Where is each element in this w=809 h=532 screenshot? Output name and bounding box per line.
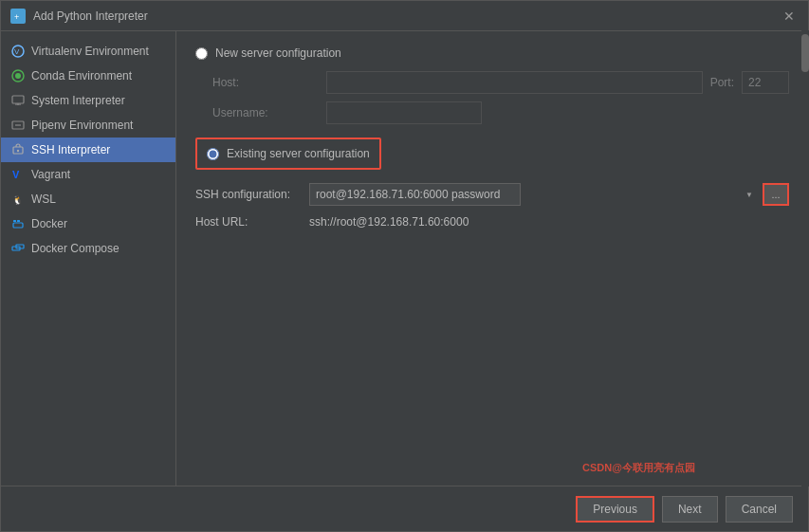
title-bar: + Add Python Interpreter ✕ (1, 1, 808, 31)
sidebar-item-virtualenv-label: Virtualenv Environment (31, 45, 149, 58)
svg-rect-14 (13, 223, 23, 228)
cancel-button[interactable]: Cancel (726, 496, 793, 523)
new-server-radio[interactable] (195, 47, 208, 60)
watermark: CSDN@今联用亮有点园 (582, 461, 695, 475)
new-server-label: New server configuration (215, 46, 341, 60)
svg-text:V: V (12, 169, 20, 180)
port-label: Port: (710, 76, 734, 89)
svg-rect-16 (17, 220, 20, 222)
ssh-config-select-wrapper: root@192.168.71.60:6000 password (309, 183, 759, 206)
svg-rect-6 (12, 96, 24, 103)
host-url-label: Host URL: (195, 215, 309, 229)
vagrant-icon: V (10, 167, 26, 182)
sidebar-item-ssh-label: SSH Interpreter (31, 143, 110, 156)
ssh-config-row: SSH configuration: root@192.168.71.60:60… (195, 183, 789, 206)
sidebar-item-vagrant[interactable]: V Vagrant (1, 162, 175, 187)
existing-server-radio[interactable] (207, 148, 219, 160)
main-panel: New server configuration Host: Port: Use… (176, 31, 808, 486)
svg-text:V: V (14, 47, 20, 56)
sidebar-item-pipenv-label: Pipenv Environment (31, 119, 133, 132)
sidebar-item-conda[interactable]: Conda Environment (1, 64, 175, 88)
previous-button[interactable]: Previous (576, 496, 654, 523)
sidebar-item-system[interactable]: System Interpreter (1, 88, 175, 113)
host-url-row: Host URL: ssh://root@192.168.71.60:6000 (195, 215, 789, 229)
dialog-icon: + (10, 9, 26, 24)
conda-icon (10, 68, 26, 83)
sidebar-item-pipenv[interactable]: Pipenv Environment (1, 113, 175, 138)
existing-server-option[interactable]: Existing server configuration (195, 138, 381, 170)
svg-point-11 (17, 150, 19, 152)
host-label: Host: (212, 76, 326, 89)
add-python-interpreter-dialog: + Add Python Interpreter ✕ V Virtualenv … (0, 0, 809, 532)
ssh-config-select[interactable]: root@192.168.71.60:6000 password (309, 183, 521, 206)
sidebar-item-docker[interactable]: Docker (1, 211, 175, 236)
sidebar-item-docker-compose[interactable]: Docker Compose (1, 236, 175, 261)
username-label: Username: (212, 106, 326, 119)
sidebar-item-vagrant-label: Vagrant (31, 168, 70, 181)
username-input[interactable] (326, 101, 482, 124)
ssh-config-label: SSH configuration: (195, 188, 309, 201)
new-server-option[interactable]: New server configuration (195, 46, 789, 60)
docker-compose-icon (10, 241, 26, 256)
virtualenv-icon: V (10, 44, 26, 59)
sidebar-item-conda-label: Conda Environment (31, 69, 132, 83)
browse-button[interactable]: ... (763, 183, 789, 206)
sidebar-item-docker-compose-label: Docker Compose (31, 242, 120, 255)
sidebar-item-virtualenv[interactable]: V Virtualenv Environment (1, 39, 175, 64)
sidebar-item-system-label: System Interpreter (31, 94, 125, 107)
host-input[interactable] (326, 71, 703, 94)
close-button[interactable]: ✕ (780, 7, 799, 26)
svg-text:🐧: 🐧 (12, 194, 24, 206)
svg-rect-15 (13, 220, 16, 222)
sidebar: V Virtualenv Environment Conda Environme… (1, 31, 176, 486)
pipenv-icon (10, 118, 26, 133)
port-input[interactable] (742, 71, 789, 94)
wsl-icon: 🐧 (10, 192, 26, 207)
existing-server-label: Existing server configuration (227, 147, 370, 160)
docker-icon (10, 216, 26, 231)
system-icon (10, 93, 26, 108)
sidebar-item-wsl[interactable]: 🐧 WSL (1, 187, 175, 211)
svg-text:+: + (14, 12, 19, 22)
next-button[interactable]: Next (662, 496, 718, 523)
host-row: Host: Port: (212, 71, 789, 94)
host-url-value: ssh://root@192.168.71.60:6000 (309, 215, 469, 229)
dialog-title: Add Python Interpreter (33, 9, 780, 23)
dialog-content: V Virtualenv Environment Conda Environme… (1, 31, 808, 486)
sidebar-item-ssh[interactable]: SSH Interpreter (1, 138, 175, 162)
scrollbar-track (801, 31, 808, 486)
bottom-bar: Previous Next Cancel (1, 486, 808, 531)
username-row: Username: (212, 101, 789, 124)
svg-point-5 (15, 73, 21, 79)
scrollbar-thumb[interactable] (801, 34, 808, 72)
ssh-icon (10, 142, 26, 157)
sidebar-item-wsl-label: WSL (31, 193, 56, 206)
sidebar-item-docker-label: Docker (31, 217, 67, 230)
